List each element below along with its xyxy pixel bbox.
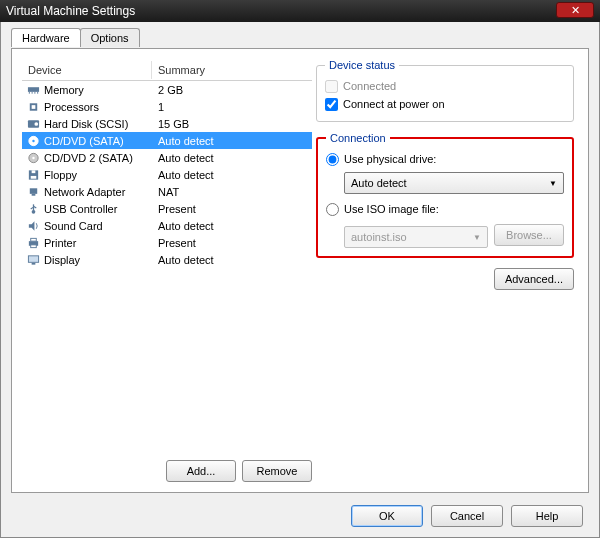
svg-rect-25: [31, 262, 35, 264]
iso-radio[interactable]: [326, 203, 339, 216]
device-status-group: Device status Connected Connect at power…: [316, 59, 574, 122]
tabstrip: Hardware Options: [11, 28, 599, 47]
device-name: USB Controller: [44, 203, 117, 215]
remove-button[interactable]: Remove: [242, 460, 312, 482]
iso-path-dropdown: autoinst.iso ▼: [344, 226, 488, 248]
connected-row[interactable]: Connected: [325, 77, 565, 95]
svg-rect-22: [30, 244, 36, 247]
printer-icon: [26, 237, 40, 249]
device-name: Sound Card: [44, 220, 103, 232]
svg-rect-4: [37, 91, 38, 93]
dialog-buttons: OK Cancel Help: [351, 505, 583, 527]
svg-rect-1: [28, 91, 29, 93]
device-summary: 1: [152, 101, 312, 113]
physical-drive-dropdown[interactable]: Auto detect ▼: [344, 172, 564, 194]
device-row[interactable]: DisplayAuto detect: [22, 251, 312, 268]
device-list[interactable]: Memory2 GBProcessors1Hard Disk (SCSI)15 …: [22, 81, 312, 454]
device-row[interactable]: Memory2 GB: [22, 81, 312, 98]
device-summary: NAT: [152, 186, 312, 198]
poweron-label: Connect at power on: [343, 98, 445, 110]
advanced-button[interactable]: Advanced...: [494, 268, 574, 290]
usb-icon: [26, 203, 40, 215]
close-button[interactable]: ✕: [556, 2, 594, 18]
device-row[interactable]: CD/DVD (SATA)Auto detect: [22, 132, 312, 149]
svg-point-10: [32, 139, 34, 141]
chevron-down-icon: ▼: [473, 233, 481, 242]
tabpanel-hardware: Device Summary Memory2 GBProcessors1Hard…: [11, 48, 589, 493]
svg-rect-6: [31, 105, 35, 109]
device-summary: Present: [152, 203, 312, 215]
col-summary[interactable]: Summary: [152, 61, 312, 79]
cd-icon: [26, 135, 40, 147]
left-button-row: Add... Remove: [22, 454, 312, 482]
svg-rect-0: [27, 87, 38, 92]
device-summary: Auto detect: [152, 220, 312, 232]
device-row[interactable]: Hard Disk (SCSI)15 GB: [22, 115, 312, 132]
physical-drive-value: Auto detect: [351, 177, 407, 189]
device-name: Floppy: [44, 169, 77, 181]
svg-point-8: [34, 122, 38, 126]
device-row[interactable]: Network AdapterNAT: [22, 183, 312, 200]
device-detail-panel: Device status Connected Connect at power…: [312, 59, 578, 482]
help-button[interactable]: Help: [511, 505, 583, 527]
device-name: Hard Disk (SCSI): [44, 118, 128, 130]
svg-rect-21: [30, 238, 36, 241]
device-row[interactable]: PrinterPresent: [22, 234, 312, 251]
device-name: Network Adapter: [44, 186, 125, 198]
svg-rect-15: [31, 170, 35, 173]
svg-rect-24: [28, 256, 37, 262]
add-button[interactable]: Add...: [166, 460, 236, 482]
floppy-icon: [26, 169, 40, 181]
device-summary: Present: [152, 237, 312, 249]
device-summary: Auto detect: [152, 135, 312, 147]
poweron-row[interactable]: Connect at power on: [325, 95, 565, 113]
device-name: Display: [44, 254, 80, 266]
iso-path-value: autoinst.iso: [351, 231, 407, 243]
iso-row[interactable]: Use ISO image file:: [326, 200, 564, 218]
svg-point-12: [32, 156, 34, 158]
device-summary: Auto detect: [152, 169, 312, 181]
physical-drive-radio[interactable]: [326, 153, 339, 166]
device-summary: 2 GB: [152, 84, 312, 96]
svg-rect-2: [31, 91, 32, 93]
svg-rect-16: [29, 188, 36, 194]
device-summary: 15 GB: [152, 118, 312, 130]
device-list-panel: Device Summary Memory2 GBProcessors1Hard…: [22, 59, 312, 482]
device-status-legend: Device status: [325, 59, 399, 71]
tab-hardware[interactable]: Hardware: [11, 28, 81, 47]
col-device[interactable]: Device: [22, 61, 152, 79]
physical-drive-row[interactable]: Use physical drive:: [326, 150, 564, 168]
net-icon: [26, 186, 40, 198]
tab-options[interactable]: Options: [80, 28, 140, 47]
ok-button[interactable]: OK: [351, 505, 423, 527]
connection-group: Connection Use physical drive: Auto dete…: [316, 132, 574, 258]
cd-icon: [26, 152, 40, 164]
connected-checkbox: [325, 80, 338, 93]
display-icon: [26, 254, 40, 266]
device-summary: Auto detect: [152, 152, 312, 164]
physical-drive-label: Use physical drive:: [344, 153, 436, 165]
titlebar[interactable]: Virtual Machine Settings ✕: [0, 0, 600, 22]
chevron-down-icon: ▼: [549, 179, 557, 188]
device-row[interactable]: Processors1: [22, 98, 312, 115]
hdd-icon: [26, 118, 40, 130]
device-name: Memory: [44, 84, 84, 96]
close-icon: ✕: [571, 4, 580, 17]
settings-window: Virtual Machine Settings ✕ Hardware Opti…: [0, 0, 600, 538]
device-name: CD/DVD 2 (SATA): [44, 152, 133, 164]
iso-label: Use ISO image file:: [344, 203, 439, 215]
browse-button: Browse...: [494, 224, 564, 246]
cancel-button[interactable]: Cancel: [431, 505, 503, 527]
device-row[interactable]: FloppyAuto detect: [22, 166, 312, 183]
device-row[interactable]: CD/DVD 2 (SATA)Auto detect: [22, 149, 312, 166]
device-name: CD/DVD (SATA): [44, 135, 124, 147]
svg-rect-14: [30, 175, 36, 178]
sound-icon: [26, 220, 40, 232]
device-name: Processors: [44, 101, 99, 113]
list-header: Device Summary: [22, 59, 312, 81]
device-row[interactable]: Sound CardAuto detect: [22, 217, 312, 234]
connected-label: Connected: [343, 80, 396, 92]
poweron-checkbox[interactable]: [325, 98, 338, 111]
device-row[interactable]: USB ControllerPresent: [22, 200, 312, 217]
device-summary: Auto detect: [152, 254, 312, 266]
